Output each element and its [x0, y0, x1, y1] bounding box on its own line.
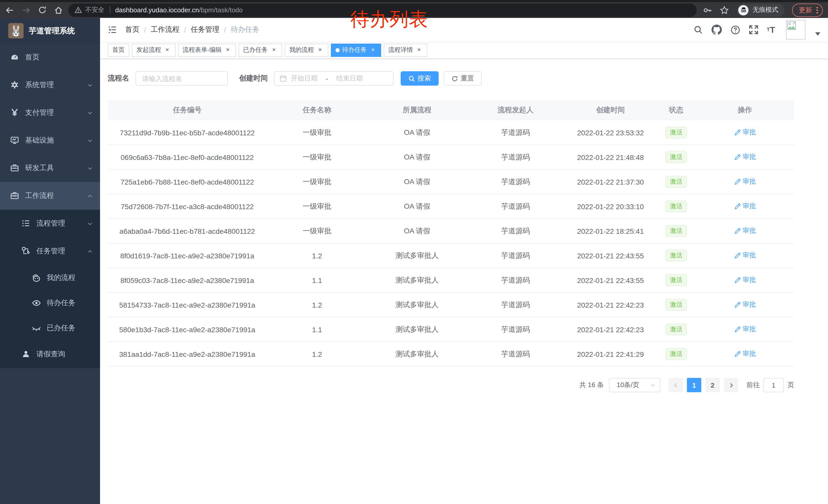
browser-reload-icon[interactable] — [38, 6, 47, 14]
tab-close-icon[interactable]: × — [224, 46, 232, 54]
sidebar-item[interactable]: 工作流程 — [0, 182, 100, 210]
approve-link[interactable]: 审批 — [734, 350, 756, 359]
view-tab[interactable]: 发起流程 × — [132, 43, 175, 57]
cell-task-id: 069c6a63-7b8a-11ec-8ef0-acde48001122 — [108, 153, 267, 161]
table-row[interactable]: 580e1b3d-7ac8-11ec-a9e2-a2380e71991a 1.1… — [108, 317, 794, 342]
update-button[interactable]: 更新 — [792, 3, 823, 17]
status-badge: 激活 — [665, 151, 687, 163]
sidebar-item[interactable]: 任务管理 — [0, 237, 100, 265]
cell-status: 激活 — [657, 225, 696, 237]
sidebar-item[interactable]: 请假查询 — [0, 340, 100, 368]
table-row[interactable]: 381aa1dd-7ac8-11ec-a9e2-a2380e71991a 1.2… — [108, 342, 794, 367]
browser-forward-icon[interactable] — [22, 5, 31, 15]
table-row[interactable]: 725a1eb6-7b88-11ec-8ef0-acde48001122 一级审… — [108, 170, 794, 194]
prev-page-button[interactable] — [668, 378, 683, 392]
page-size-select[interactable]: 10条/页 — [609, 378, 660, 392]
approve-link[interactable]: 审批 — [734, 128, 756, 137]
approve-link[interactable]: 审批 — [734, 300, 756, 310]
briefcase-icon — [10, 191, 19, 200]
avatar[interactable] — [786, 20, 805, 40]
search-icon — [408, 75, 415, 82]
view-tab-label: 流程表单-编辑 — [182, 46, 222, 54]
table-row[interactable]: 8f059c03-7ac8-11ec-a9e2-a2380e71991a 1.1… — [108, 268, 794, 293]
approve-link[interactable]: 审批 — [734, 177, 756, 186]
chevron-icon — [87, 221, 93, 226]
breadcrumb-item[interactable]: 待办任务 — [231, 25, 259, 34]
breadcrumb-item[interactable]: 任务管理 — [191, 25, 219, 34]
sidebar-item[interactable]: 支付管理 — [0, 99, 100, 127]
goto-page-input[interactable] — [763, 378, 784, 392]
approve-link[interactable]: 审批 — [734, 226, 756, 236]
approve-link[interactable]: 审批 — [734, 202, 756, 211]
view-tab[interactable]: 我的流程 × — [285, 43, 328, 57]
sidebar-item[interactable]: 基础设施 — [0, 127, 100, 154]
sidebar-item[interactable]: 流程管理 — [0, 210, 100, 237]
key-icon[interactable] — [703, 5, 712, 15]
tab-close-icon[interactable]: × — [416, 46, 423, 54]
sidebar-item[interactable]: 系统管理 — [0, 71, 100, 99]
next-page-button[interactable] — [724, 378, 738, 392]
bookmark-star-icon[interactable] — [720, 5, 729, 15]
table-row[interactable]: 8f0d1619-7ac8-11ec-a9e2-a2380e71991a 1.2… — [108, 243, 794, 268]
view-tab[interactable]: 已办任务 × — [239, 43, 282, 57]
cell-task-name: 1.2 — [267, 350, 367, 358]
sidebar-item-label: 首页 — [25, 53, 40, 62]
tab-close-icon[interactable]: × — [317, 46, 324, 54]
date-range-picker[interactable]: 开始日期 - 结束日期 — [274, 71, 394, 86]
approve-link-label: 审批 — [743, 350, 756, 359]
goto-suffix: 页 — [787, 380, 794, 390]
search-button[interactable]: 搜索 — [401, 71, 439, 86]
table-row[interactable]: 069c6a63-7b8a-11ec-8ef0-acde48001122 一级审… — [108, 145, 794, 170]
help-icon[interactable] — [730, 25, 740, 35]
breadcrumb-separator: / — [184, 26, 186, 34]
sidebar-item[interactable]: 已办任务 — [0, 315, 100, 340]
tab-close-icon[interactable]: × — [164, 46, 171, 54]
browser-home-icon[interactable] — [54, 5, 63, 15]
font-size-icon[interactable]: TT — [767, 26, 775, 34]
sidebar-item[interactable]: 我的流程 — [0, 265, 100, 290]
sidebar-item[interactable]: 首页 — [0, 44, 100, 71]
approve-link-label: 审批 — [743, 128, 756, 137]
sidebar-item[interactable]: 研发工具 — [0, 154, 100, 182]
app-logo-row[interactable]: 🐰 芋道管理系统 — [0, 18, 100, 44]
tab-close-icon[interactable]: × — [271, 46, 278, 54]
approve-link[interactable]: 审批 — [734, 152, 756, 162]
browser-menu-dots-icon[interactable] — [816, 6, 818, 14]
view-tab[interactable]: 首页 — [108, 43, 129, 57]
cell-actions: 审批 — [696, 251, 794, 261]
process-name-input[interactable] — [135, 71, 228, 86]
breadcrumb-separator: / — [144, 26, 146, 34]
table-row[interactable]: a6aba0a4-7b6d-11ec-b781-acde48001122 一级审… — [108, 219, 794, 243]
breadcrumb-item[interactable]: 首页 — [125, 25, 139, 34]
table-row[interactable]: 75d72608-7b7f-11ec-a3c8-acde48001122 一级审… — [108, 194, 794, 219]
github-icon[interactable] — [711, 25, 721, 35]
approve-link[interactable]: 审批 — [734, 325, 756, 334]
cell-actions: 审批 — [696, 226, 794, 236]
cell-task-name: 一级审批 — [267, 152, 367, 162]
sidebar-item-label: 流程管理 — [36, 219, 65, 228]
breadcrumb-item[interactable]: 工作流程 — [151, 25, 179, 34]
view-tab[interactable]: 待办任务 × — [331, 43, 381, 57]
refresh-icon — [451, 75, 458, 82]
table-column-header: 任务名称 — [267, 106, 367, 115]
browser-back-icon[interactable] — [5, 5, 14, 15]
page-number-button[interactable]: 1 — [687, 378, 701, 392]
tab-close-icon[interactable]: × — [369, 46, 377, 54]
approve-link[interactable]: 审批 — [734, 276, 756, 285]
fullscreen-icon[interactable] — [749, 25, 758, 34]
pagination: 共 16 条 10条/页 1 2 — [108, 378, 794, 392]
approve-link[interactable]: 审批 — [734, 251, 756, 260]
view-tab[interactable]: 流程详情 × — [384, 43, 427, 57]
view-tab[interactable]: 流程表单-编辑 × — [178, 43, 236, 57]
search-icon[interactable] — [693, 25, 703, 34]
flow-icon — [22, 246, 31, 256]
sidebar-toggle-icon[interactable] — [108, 25, 117, 34]
table-row[interactable]: 58154733-7ac8-11ec-a9e2-a2380e71991a 1.2… — [108, 293, 794, 317]
caret-down-icon[interactable] — [815, 32, 820, 36]
table-row[interactable]: 73211d9d-7b9b-11ec-b5b7-acde48001122 一级审… — [108, 121, 794, 145]
cell-process: 测试多审批人 — [367, 276, 467, 285]
reset-button[interactable]: 重置 — [444, 71, 482, 86]
view-tab-label: 待办任务 — [342, 46, 367, 54]
sidebar-item[interactable]: 待办任务 — [0, 290, 100, 315]
page-number-button[interactable]: 2 — [705, 378, 720, 392]
